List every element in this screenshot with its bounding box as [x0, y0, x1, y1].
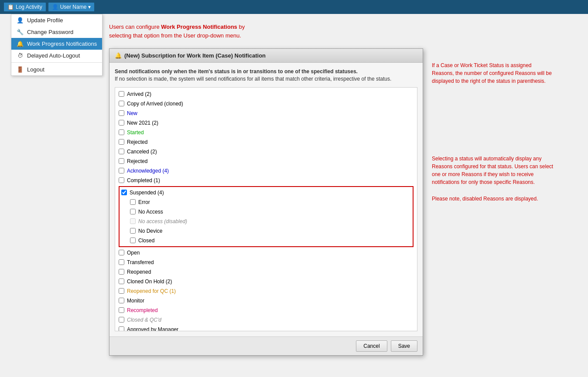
- label-started: Started: [127, 129, 144, 136]
- description-line1: Send notifications only when the item's …: [115, 68, 358, 75]
- profile-icon: 👤: [17, 17, 24, 24]
- checkbox-approved-manager[interactable]: [119, 326, 124, 331]
- checkbox-no-access[interactable]: [130, 209, 136, 214]
- menu-label-delayed-logout: Delayed Auto-Logout: [27, 52, 80, 59]
- save-button[interactable]: Save: [391, 340, 417, 352]
- label-open: Open: [127, 249, 140, 257]
- dialog-title-text: (New) Subscription for Work Item (Case) …: [124, 52, 266, 59]
- dialog-footer: Cancel Save: [109, 336, 423, 355]
- annotation-3: Please note, disabled Reasons are displa…: [432, 195, 554, 203]
- clock-icon: ⏱: [17, 52, 24, 59]
- annotation-2: Selecting a status will automatically di…: [432, 155, 554, 186]
- checkbox-completed[interactable]: [119, 177, 124, 183]
- status-canceled: Canceled (2): [119, 147, 414, 156]
- status-error: Error: [130, 197, 411, 207]
- menu-item-work-progress[interactable]: 🔔 Work Progress Notifications: [11, 38, 102, 50]
- status-transferred: Transferred: [119, 258, 414, 267]
- dialog-description: Send notifications only when the item's …: [115, 68, 417, 83]
- menu-item-change-password[interactable]: 🔧 Change Password: [11, 26, 102, 38]
- user-name-label: User Name: [60, 4, 87, 10]
- user-icon: 👤: [52, 4, 58, 10]
- password-icon: 🔧: [17, 29, 24, 35]
- status-closed-qcd: Closed & QC'd: [119, 315, 414, 325]
- status-suspended: Suspended (4): [121, 188, 411, 197]
- checkbox-suspended[interactable]: [121, 190, 127, 195]
- label-copy-arrived: Copy of Arrived (cloned): [127, 100, 183, 108]
- status-recompleted: Recompleted: [119, 306, 414, 315]
- checkbox-new-2021[interactable]: [119, 120, 124, 126]
- checkbox-closed-sub[interactable]: [130, 238, 136, 243]
- label-canceled: Canceled (2): [127, 148, 157, 156]
- checkbox-error[interactable]: [130, 199, 136, 205]
- label-completed: Completed (1): [127, 177, 160, 184]
- label-rejected2: Rejected: [127, 157, 147, 165]
- label-suspended: Suspended (4): [130, 189, 164, 197]
- menu-label-logout: Logout: [27, 66, 44, 73]
- label-recompleted: Recompleted: [127, 306, 158, 314]
- log-activity-icon: 📋: [7, 4, 14, 10]
- label-arrived: Arrived (2): [127, 90, 151, 98]
- checkbox-no-device[interactable]: [130, 228, 136, 234]
- checkbox-reopened-qc[interactable]: [119, 288, 124, 294]
- menu-label-update-profile: Update Profile: [27, 17, 63, 24]
- status-rejected1: Rejected: [119, 137, 414, 147]
- status-open: Open: [119, 248, 414, 258]
- label-no-access-disabled: No access (disabled): [138, 217, 187, 225]
- menu-label-work-progress: Work Progress Notifications: [27, 41, 97, 47]
- description-line2: If no selection is made, the system will…: [115, 76, 391, 82]
- status-approved-manager: Approved by Manager: [119, 325, 414, 331]
- checkbox-arrived[interactable]: [119, 91, 124, 97]
- label-rejected1: Rejected: [127, 138, 147, 146]
- label-reopened-qc: Reopened for QC (1): [127, 287, 176, 295]
- chevron-down-icon: ▾: [88, 4, 91, 10]
- checkbox-closed-qcd[interactable]: [119, 317, 124, 323]
- checkbox-canceled[interactable]: [119, 149, 124, 154]
- checkbox-no-access-disabled[interactable]: [130, 218, 136, 224]
- menu-divider: [11, 62, 102, 63]
- checkbox-rejected2[interactable]: [119, 158, 124, 164]
- label-closed-sub: Closed: [138, 237, 154, 245]
- intro-bold: Work Progress Notifications: [161, 24, 237, 30]
- checkbox-transferred[interactable]: [119, 259, 124, 265]
- status-new-2021: New 2021 (2): [119, 118, 414, 128]
- menu-item-logout[interactable]: 🚪 Logout: [11, 64, 102, 75]
- label-closed-qcd: Closed & QC'd: [127, 316, 161, 324]
- label-no-access: No Access: [138, 208, 163, 216]
- annotation-1: If a Case or Work Ticket Status is assig…: [432, 61, 554, 85]
- checkbox-acknowledged[interactable]: [119, 168, 124, 173]
- dialog-body: Send notifications only when the item's …: [109, 63, 423, 336]
- label-error: Error: [138, 198, 150, 206]
- cancel-button[interactable]: Cancel: [356, 340, 387, 352]
- checkbox-open[interactable]: [119, 250, 124, 255]
- user-dropdown-menu: 👤 Update Profile 🔧 Change Password 🔔 Wor…: [11, 14, 103, 76]
- checkbox-copy-arrived[interactable]: [119, 101, 124, 106]
- checkbox-cloned-on-hold[interactable]: [119, 279, 124, 284]
- log-activity-label: Log Activity: [16, 4, 42, 10]
- notification-icon: 🔔: [115, 52, 122, 59]
- status-list-container[interactable]: Arrived (2) Copy of Arrived (cloned) New: [115, 87, 417, 331]
- label-acknowledged: Acknowledged (4): [127, 167, 169, 175]
- checkbox-started[interactable]: [119, 129, 124, 135]
- status-reopened: Reopened: [119, 267, 414, 277]
- intro-text: Users can configure Work Progress Notifi…: [109, 23, 579, 40]
- label-approved-manager: Approved by Manager: [127, 326, 178, 331]
- label-monitor: Monitor: [127, 297, 144, 305]
- checkbox-rejected1[interactable]: [119, 139, 124, 145]
- label-new-2021: New 2021 (2): [127, 119, 158, 127]
- checkbox-monitor[interactable]: [119, 298, 124, 303]
- menu-item-delayed-logout[interactable]: ⏱ Delayed Auto-Logout: [11, 50, 102, 61]
- annotation1-text: If a Case or Work Ticket Status is assig…: [432, 62, 552, 84]
- checkbox-reopened[interactable]: [119, 269, 124, 275]
- status-monitor: Monitor: [119, 296, 414, 306]
- annotation2-text: Selecting a status will automatically di…: [432, 156, 553, 185]
- annotations-panel: If a Case or Work Ticket Status is assig…: [432, 48, 554, 211]
- user-name-button[interactable]: 👤 User Name ▾: [48, 2, 95, 12]
- menu-item-update-profile[interactable]: 👤 Update Profile: [11, 14, 102, 26]
- checkbox-recompleted[interactable]: [119, 307, 124, 313]
- checkbox-new[interactable]: [119, 110, 124, 116]
- status-list: Arrived (2) Copy of Arrived (cloned) New: [115, 88, 417, 331]
- status-started: Started: [119, 128, 414, 137]
- suspended-box: Suspended (4) Error No Access: [119, 186, 414, 247]
- log-activity-button[interactable]: 📋 Log Activity: [3, 2, 46, 12]
- bell-icon: 🔔: [17, 41, 24, 47]
